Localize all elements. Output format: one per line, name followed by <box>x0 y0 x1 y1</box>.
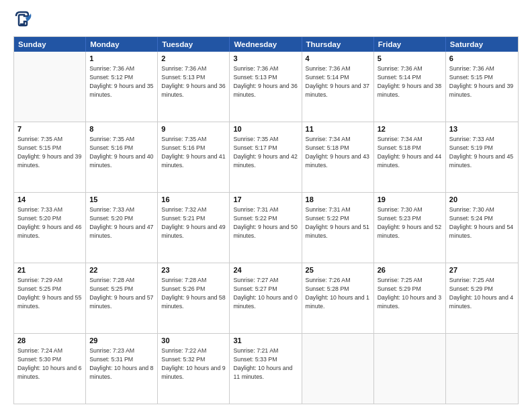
day-info: Sunrise: 7:36 AMSunset: 5:13 PMDaylight:… <box>161 64 226 99</box>
calendar-cell: 6Sunrise: 7:36 AMSunset: 5:15 PMDaylight… <box>446 52 518 122</box>
day-number: 10 <box>233 124 298 134</box>
logo <box>13 11 35 30</box>
day-info: Sunrise: 7:29 AMSunset: 5:25 PMDaylight:… <box>17 276 82 310</box>
day-info: Sunrise: 7:28 AMSunset: 5:26 PMDaylight:… <box>161 276 226 310</box>
day-info: Sunrise: 7:25 AMSunset: 5:29 PMDaylight:… <box>449 276 515 310</box>
calendar-cell: 27Sunrise: 7:25 AMSunset: 5:29 PMDayligh… <box>446 263 518 333</box>
calendar-cell: 5Sunrise: 7:36 AMSunset: 5:14 PMDaylight… <box>374 52 446 122</box>
calendar-cell: 31Sunrise: 7:21 AMSunset: 5:33 PMDayligh… <box>230 334 302 404</box>
header-cell-friday: Friday <box>374 37 446 52</box>
calendar-cell: 4Sunrise: 7:36 AMSunset: 5:14 PMDaylight… <box>302 52 374 122</box>
day-number: 25 <box>306 265 370 275</box>
calendar-cell: 10Sunrise: 7:35 AMSunset: 5:17 PMDayligh… <box>230 122 302 192</box>
day-info: Sunrise: 7:30 AMSunset: 5:24 PMDaylight:… <box>449 205 515 240</box>
calendar-cell: 16Sunrise: 7:32 AMSunset: 5:21 PMDayligh… <box>158 193 230 263</box>
header-cell-tuesday: Tuesday <box>158 37 230 52</box>
calendar-cell: 24Sunrise: 7:27 AMSunset: 5:27 PMDayligh… <box>230 263 302 333</box>
day-number: 29 <box>89 336 154 346</box>
calendar-cell: 23Sunrise: 7:28 AMSunset: 5:26 PMDayligh… <box>158 263 230 333</box>
day-number: 15 <box>89 195 154 205</box>
calendar-cell: 1Sunrise: 7:36 AMSunset: 5:12 PMDaylight… <box>86 52 158 122</box>
day-info: Sunrise: 7:34 AMSunset: 5:18 PMDaylight:… <box>306 135 370 169</box>
day-info: Sunrise: 7:22 AMSunset: 5:32 PMDaylight:… <box>161 347 226 381</box>
calendar-cell: 18Sunrise: 7:31 AMSunset: 5:22 PMDayligh… <box>302 193 374 263</box>
calendar-cell <box>446 334 518 404</box>
calendar-row-2: 14Sunrise: 7:33 AMSunset: 5:20 PMDayligh… <box>14 192 518 263</box>
day-number: 21 <box>17 265 82 275</box>
day-info: Sunrise: 7:35 AMSunset: 5:17 PMDaylight:… <box>233 135 298 169</box>
day-number: 5 <box>378 54 442 64</box>
calendar-cell: 13Sunrise: 7:33 AMSunset: 5:19 PMDayligh… <box>446 122 518 192</box>
page: SundayMondayTuesdayWednesdayThursdayFrid… <box>0 0 532 411</box>
day-number: 27 <box>449 265 515 275</box>
day-number: 19 <box>378 195 442 205</box>
calendar-cell: 15Sunrise: 7:33 AMSunset: 5:20 PMDayligh… <box>86 193 158 263</box>
calendar-cell: 14Sunrise: 7:33 AMSunset: 5:20 PMDayligh… <box>14 193 86 263</box>
calendar-cell: 21Sunrise: 7:29 AMSunset: 5:25 PMDayligh… <box>14 263 86 333</box>
day-number: 28 <box>17 336 82 346</box>
day-number: 20 <box>449 195 515 205</box>
calendar-cell: 25Sunrise: 7:26 AMSunset: 5:28 PMDayligh… <box>302 263 374 333</box>
day-info: Sunrise: 7:31 AMSunset: 5:22 PMDaylight:… <box>233 205 298 240</box>
day-info: Sunrise: 7:32 AMSunset: 5:21 PMDaylight:… <box>161 205 226 240</box>
calendar-row-4: 28Sunrise: 7:24 AMSunset: 5:30 PMDayligh… <box>14 333 518 404</box>
day-info: Sunrise: 7:33 AMSunset: 5:20 PMDaylight:… <box>17 205 82 240</box>
day-info: Sunrise: 7:33 AMSunset: 5:19 PMDaylight:… <box>449 135 515 169</box>
day-number: 9 <box>161 124 226 134</box>
day-info: Sunrise: 7:36 AMSunset: 5:15 PMDaylight:… <box>449 64 515 99</box>
day-number: 22 <box>89 265 154 275</box>
day-number: 7 <box>17 124 82 134</box>
header-cell-sunday: Sunday <box>14 37 86 52</box>
day-number: 24 <box>233 265 298 275</box>
day-number: 4 <box>306 54 370 64</box>
day-number: 30 <box>161 336 226 346</box>
header-cell-saturday: Saturday <box>446 37 518 52</box>
day-info: Sunrise: 7:35 AMSunset: 5:16 PMDaylight:… <box>161 135 226 169</box>
day-number: 2 <box>161 54 226 64</box>
logo-icon <box>13 11 32 30</box>
day-info: Sunrise: 7:36 AMSunset: 5:14 PMDaylight:… <box>378 64 442 99</box>
day-info: Sunrise: 7:34 AMSunset: 5:18 PMDaylight:… <box>378 135 442 169</box>
calendar-cell: 22Sunrise: 7:28 AMSunset: 5:25 PMDayligh… <box>86 263 158 333</box>
day-number: 23 <box>161 265 226 275</box>
calendar-cell: 9Sunrise: 7:35 AMSunset: 5:16 PMDaylight… <box>158 122 230 192</box>
day-info: Sunrise: 7:24 AMSunset: 5:30 PMDaylight:… <box>17 347 82 381</box>
calendar-header: SundayMondayTuesdayWednesdayThursdayFrid… <box>14 37 518 52</box>
header-cell-wednesday: Wednesday <box>230 37 302 52</box>
day-number: 6 <box>449 54 515 64</box>
day-info: Sunrise: 7:36 AMSunset: 5:12 PMDaylight:… <box>89 64 154 99</box>
calendar-cell <box>374 334 446 404</box>
calendar-cell: 30Sunrise: 7:22 AMSunset: 5:32 PMDayligh… <box>158 334 230 404</box>
day-number: 12 <box>378 124 442 134</box>
calendar-cell: 28Sunrise: 7:24 AMSunset: 5:30 PMDayligh… <box>14 334 86 404</box>
day-number: 17 <box>233 195 298 205</box>
calendar-cell: 20Sunrise: 7:30 AMSunset: 5:24 PMDayligh… <box>446 193 518 263</box>
day-info: Sunrise: 7:31 AMSunset: 5:22 PMDaylight:… <box>306 205 370 240</box>
calendar-cell: 7Sunrise: 7:35 AMSunset: 5:15 PMDaylight… <box>14 122 86 192</box>
calendar-cell <box>302 334 374 404</box>
calendar-cell: 8Sunrise: 7:35 AMSunset: 5:16 PMDaylight… <box>86 122 158 192</box>
calendar-row-3: 21Sunrise: 7:29 AMSunset: 5:25 PMDayligh… <box>14 263 518 333</box>
day-info: Sunrise: 7:23 AMSunset: 5:31 PMDaylight:… <box>89 347 154 381</box>
calendar-cell: 11Sunrise: 7:34 AMSunset: 5:18 PMDayligh… <box>302 122 374 192</box>
calendar-cell: 2Sunrise: 7:36 AMSunset: 5:13 PMDaylight… <box>158 52 230 122</box>
day-info: Sunrise: 7:26 AMSunset: 5:28 PMDaylight:… <box>306 276 370 310</box>
day-info: Sunrise: 7:36 AMSunset: 5:13 PMDaylight:… <box>233 64 298 99</box>
day-info: Sunrise: 7:30 AMSunset: 5:23 PMDaylight:… <box>378 205 442 240</box>
calendar-cell: 17Sunrise: 7:31 AMSunset: 5:22 PMDayligh… <box>230 193 302 263</box>
day-number: 1 <box>89 54 154 64</box>
day-number: 14 <box>17 195 82 205</box>
header-cell-monday: Monday <box>86 37 158 52</box>
day-info: Sunrise: 7:27 AMSunset: 5:27 PMDaylight:… <box>233 276 298 310</box>
calendar-cell <box>14 52 86 122</box>
day-info: Sunrise: 7:25 AMSunset: 5:29 PMDaylight:… <box>378 276 442 310</box>
day-number: 31 <box>233 336 298 346</box>
day-info: Sunrise: 7:28 AMSunset: 5:25 PMDaylight:… <box>89 276 154 310</box>
day-info: Sunrise: 7:35 AMSunset: 5:16 PMDaylight:… <box>89 135 154 169</box>
calendar-body: 1Sunrise: 7:36 AMSunset: 5:12 PMDaylight… <box>14 52 518 404</box>
day-number: 13 <box>449 124 515 134</box>
day-number: 3 <box>233 54 298 64</box>
day-number: 16 <box>161 195 226 205</box>
calendar-cell: 29Sunrise: 7:23 AMSunset: 5:31 PMDayligh… <box>86 334 158 404</box>
calendar: SundayMondayTuesdayWednesdayThursdayFrid… <box>13 36 519 404</box>
